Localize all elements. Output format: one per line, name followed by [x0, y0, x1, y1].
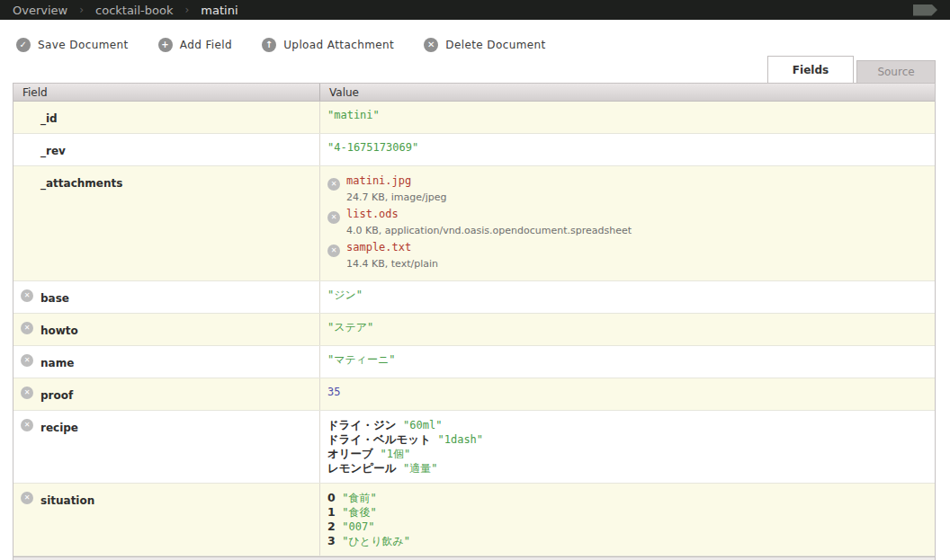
- entry-value: "食後": [342, 506, 376, 519]
- object-entry: ドライ・ジン "60ml": [327, 418, 926, 432]
- field-value[interactable]: 0 "食前"1 "食後"2 "007"3 "ひとり飲み": [320, 484, 935, 556]
- entry-value: "適量": [403, 462, 437, 475]
- delete-field-icon[interactable]: ✕: [21, 419, 33, 431]
- object-entry: レモンピール "適量": [327, 461, 926, 476]
- field-name[interactable]: base: [40, 292, 69, 305]
- breadcrumb: Overview › cocktail-book › matini: [0, 0, 950, 20]
- add-field-label: Add Field: [180, 39, 232, 51]
- field-value[interactable]: "マティーニ": [320, 346, 935, 378]
- delete-attachment-icon[interactable]: ✕: [327, 211, 340, 224]
- attachment-link[interactable]: matini.jpg: [346, 174, 411, 187]
- field-name[interactable]: name: [40, 357, 74, 369]
- field-row-_rev: _rev"4-1675173069": [13, 134, 935, 166]
- entry-key: 1: [327, 505, 336, 519]
- field-cell: ✕name: [13, 346, 320, 378]
- breadcrumb-separator: ›: [79, 4, 84, 16]
- field-cell: _attachments: [13, 166, 320, 280]
- entry-value: "1個": [381, 448, 411, 460]
- entry-value: "1dash": [437, 433, 483, 446]
- delete-field-icon[interactable]: ✕: [21, 492, 33, 504]
- attachment-link[interactable]: sample.txt: [346, 241, 411, 253]
- breadcrumb-link-overview[interactable]: Overview: [13, 4, 67, 17]
- attachment-meta: 14.4 KB, text/plain: [327, 257, 926, 271]
- breadcrumb-current-document: matini: [201, 4, 238, 17]
- entry-key: 0: [327, 491, 336, 504]
- breadcrumb-separator: ›: [184, 4, 189, 16]
- field-name[interactable]: proof: [40, 389, 73, 402]
- plus-circle-icon: +: [158, 38, 173, 52]
- save-document-button[interactable]: ✓ Save Document: [16, 38, 129, 52]
- delete-field-icon[interactable]: ✕: [21, 354, 33, 367]
- field-cell: ✕howto: [13, 314, 320, 345]
- table-body: _id"matini"_rev"4-1675173069"_attachment…: [13, 102, 935, 556]
- entry-key: オリーブ: [327, 447, 373, 460]
- attachment-meta: 4.0 KB, application/vnd.oasis.opendocume…: [327, 224, 926, 237]
- array-entry: 1 "食後": [327, 505, 926, 520]
- delete-field-icon[interactable]: ✕: [21, 289, 33, 302]
- breadcrumb-link-database[interactable]: cocktail-book: [95, 4, 173, 17]
- string-value: "4-1675173069": [327, 141, 418, 154]
- string-value: "matini": [327, 109, 380, 121]
- attachment-link[interactable]: list.ods: [346, 208, 399, 220]
- view-tabs: Fields Source: [767, 56, 936, 83]
- delete-field-icon[interactable]: ✕: [21, 322, 33, 334]
- toolbar: ✓ Save Document + Add Field ↑ Upload Att…: [0, 20, 950, 52]
- futon-document-page: Overview › cocktail-book › matini ✓ Save…: [0, 0, 950, 560]
- tab-source[interactable]: Source: [856, 60, 936, 83]
- entry-value: "60ml": [403, 419, 442, 431]
- sidebar-toggle-icon[interactable]: [913, 4, 937, 16]
- field-cell: ✕proof: [13, 378, 320, 410]
- delete-document-button[interactable]: ✕ Delete Document: [424, 38, 545, 52]
- delete-attachment-icon[interactable]: ✕: [327, 244, 340, 257]
- delete-attachment-icon[interactable]: ✕: [327, 178, 340, 191]
- field-value[interactable]: ドライ・ジン "60ml"ドライ・ベルモット "1dash"オリーブ "1個"レ…: [320, 411, 935, 483]
- add-field-button[interactable]: + Add Field: [158, 38, 232, 52]
- attachment-meta: 24.7 KB, image/jpeg: [327, 191, 926, 204]
- attachment-name-line: ✕list.ods: [327, 207, 926, 224]
- field-value[interactable]: 35: [320, 378, 935, 410]
- delete-document-label: Delete Document: [445, 39, 545, 51]
- x-circle-icon: ✕: [424, 38, 438, 52]
- attachment-item: ✕matini.jpg24.7 KB, image/jpeg: [327, 173, 926, 204]
- object-entry: ドライ・ベルモット "1dash": [327, 432, 926, 447]
- array-entry: 3 "ひとり飲み": [327, 534, 926, 548]
- field-name[interactable]: recipe: [40, 422, 78, 434]
- entry-key: ドライ・ベルモット: [327, 432, 431, 446]
- field-value[interactable]: "ジン": [320, 281, 935, 313]
- field-value[interactable]: "matini": [320, 102, 935, 133]
- field-cell: ✕recipe: [13, 411, 320, 483]
- field-name[interactable]: howto: [40, 324, 78, 337]
- entry-value: "食前": [342, 492, 376, 504]
- entry-value: "ひとり飲み": [342, 535, 410, 547]
- entry-key: ドライ・ジン: [327, 418, 396, 431]
- entry-key: 3: [327, 534, 336, 547]
- tab-fields[interactable]: Fields: [767, 56, 854, 83]
- field-value[interactable]: "ステア": [320, 314, 935, 345]
- field-value[interactable]: ✕matini.jpg24.7 KB, image/jpeg✕list.ods4…: [320, 166, 935, 280]
- array-entry: 0 "食前": [327, 491, 926, 505]
- array-entry: 2 "007": [327, 520, 926, 534]
- field-cell: ✕base: [13, 281, 320, 313]
- upload-attachment-label: Upload Attachment: [283, 39, 394, 51]
- field-name[interactable]: _attachments: [40, 177, 122, 190]
- attachment-item: ✕list.ods4.0 KB, application/vnd.oasis.o…: [327, 207, 926, 237]
- toolband: ✓ Save Document + Add Field ↑ Upload Att…: [0, 20, 950, 83]
- field-row-situation: ✕situation0 "食前"1 "食後"2 "007"3 "ひとり飲み": [13, 484, 935, 556]
- delete-field-icon[interactable]: ✕: [21, 387, 33, 399]
- check-circle-icon: ✓: [16, 38, 31, 52]
- string-value: "マティーニ": [327, 353, 396, 366]
- attachment-item: ✕sample.txt14.4 KB, text/plain: [327, 240, 926, 271]
- field-name[interactable]: _id: [40, 112, 58, 125]
- field-value[interactable]: "4-1675173069": [320, 134, 935, 165]
- field-row-_attachments: _attachments✕matini.jpg24.7 KB, image/jp…: [13, 166, 935, 281]
- field-row-recipe: ✕recipeドライ・ジン "60ml"ドライ・ベルモット "1dash"オリー…: [13, 411, 935, 484]
- table-header: Field Value: [13, 84, 935, 102]
- upload-attachment-button[interactable]: ↑ Upload Attachment: [262, 38, 394, 52]
- attachment-name-line: ✕matini.jpg: [327, 173, 926, 191]
- field-row-base: ✕base"ジン": [13, 281, 935, 314]
- field-name[interactable]: _rev: [40, 145, 66, 157]
- field-name[interactable]: situation: [40, 494, 94, 507]
- field-cell: ✕situation: [13, 484, 320, 556]
- field-cell: _id: [13, 102, 320, 133]
- field-cell: _rev: [13, 134, 320, 165]
